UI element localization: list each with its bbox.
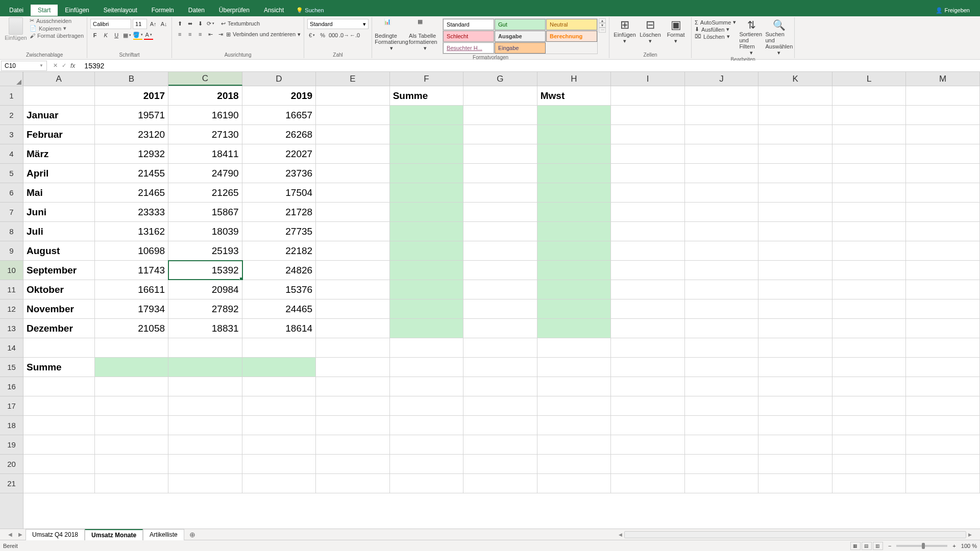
cell-D17[interactable] — [242, 396, 316, 415]
increase-indent-button[interactable]: ⇥ — [216, 30, 225, 39]
row-header-11[interactable]: 11 — [0, 280, 23, 299]
cell-M17[interactable] — [906, 396, 980, 415]
cell-B11[interactable]: 16611 — [95, 280, 169, 299]
cell-M14[interactable] — [906, 338, 980, 357]
column-header-H[interactable]: H — [537, 72, 611, 86]
row-header-13[interactable]: 13 — [0, 319, 23, 338]
cell-C21[interactable] — [168, 474, 242, 493]
cell-L6[interactable] — [832, 183, 906, 202]
orientation-button[interactable]: ⟳ — [206, 19, 215, 28]
cell-styles-gallery[interactable]: Standard Gut Neutral Schlecht Ausgabe Be… — [443, 18, 598, 54]
cell-J16[interactable] — [685, 377, 759, 396]
clear-button[interactable]: ⌧ Löschen ▾ — [695, 33, 736, 40]
cell-F7[interactable] — [390, 203, 464, 221]
cell-A21[interactable] — [23, 474, 95, 493]
cell-G8[interactable] — [463, 222, 537, 241]
column-header-D[interactable]: D — [242, 72, 316, 86]
cell-K1[interactable] — [758, 86, 832, 105]
cell-I17[interactable] — [611, 396, 685, 415]
cell-A3[interactable]: Februar — [23, 125, 95, 144]
cell-C4[interactable]: 18411 — [168, 144, 242, 163]
style-ausgabe[interactable]: Ausgabe — [495, 31, 546, 42]
cell-J9[interactable] — [685, 241, 759, 260]
cell-C12[interactable]: 27892 — [168, 299, 242, 318]
cell-G16[interactable] — [463, 377, 537, 396]
cut-button[interactable]: ✂ Ausschneiden — [30, 17, 84, 24]
style-berechnung[interactable]: Berechnung — [546, 31, 597, 42]
cell-M15[interactable] — [906, 358, 980, 377]
cell-D9[interactable]: 22182 — [242, 241, 316, 260]
style-standard[interactable]: Standard — [443, 19, 494, 30]
share-button[interactable]: 👤 Freigeben — [936, 7, 970, 14]
styles-up-button[interactable]: ▲ — [599, 18, 606, 23]
cell-H19[interactable] — [537, 435, 611, 454]
cell-G10[interactable] — [463, 261, 537, 280]
view-normal-button[interactable]: ▦ — [850, 542, 861, 550]
cell-J11[interactable] — [685, 280, 759, 299]
cell-G11[interactable] — [463, 280, 537, 299]
cell-L14[interactable] — [832, 338, 906, 357]
cell-G13[interactable] — [463, 319, 537, 338]
cell-A13[interactable]: Dezember — [23, 319, 95, 338]
cell-A14[interactable] — [23, 338, 95, 357]
view-page-layout-button[interactable]: ▤ — [862, 542, 872, 550]
cell-B20[interactable] — [95, 455, 169, 473]
cell-B15[interactable] — [95, 358, 169, 377]
column-header-B[interactable]: B — [95, 72, 169, 86]
cell-B18[interactable] — [95, 416, 169, 435]
cell-D13[interactable]: 18614 — [242, 319, 316, 338]
cell-D4[interactable]: 22027 — [242, 144, 316, 163]
cell-I16[interactable] — [611, 377, 685, 396]
style-eingabe[interactable]: Eingabe — [495, 42, 546, 54]
fx-icon[interactable]: fx — [70, 62, 75, 69]
cell-M6[interactable] — [906, 183, 980, 202]
row-header-9[interactable]: 9 — [0, 241, 23, 261]
cell-C15[interactable] — [168, 358, 242, 377]
cell-K13[interactable] — [758, 319, 832, 338]
cell-M5[interactable] — [906, 164, 980, 183]
cell-F19[interactable] — [390, 435, 464, 454]
cell-J3[interactable] — [685, 125, 759, 144]
cell-K17[interactable] — [758, 396, 832, 415]
cell-K15[interactable] — [758, 358, 832, 377]
row-header-5[interactable]: 5 — [0, 164, 23, 183]
cell-L11[interactable] — [832, 280, 906, 299]
cell-C3[interactable]: 27130 — [168, 125, 242, 144]
cell-E1[interactable] — [316, 86, 390, 105]
sheet-tab-1[interactable]: Umsatz Monate — [85, 529, 143, 540]
zoom-out-button[interactable]: − — [888, 543, 891, 549]
cell-A5[interactable]: April — [23, 164, 95, 183]
cell-I2[interactable] — [611, 106, 685, 124]
decrease-indent-button[interactable]: ⇤ — [206, 30, 215, 39]
cell-E6[interactable] — [316, 183, 390, 202]
cell-E20[interactable] — [316, 455, 390, 473]
italic-button[interactable]: K — [101, 31, 110, 40]
cell-B19[interactable] — [95, 435, 169, 454]
cell-G2[interactable] — [463, 106, 537, 124]
cell-J17[interactable] — [685, 396, 759, 415]
cell-H10[interactable] — [537, 261, 611, 280]
thousands-button[interactable]: 000 — [329, 31, 338, 40]
cell-A17[interactable] — [23, 396, 95, 415]
row-header-12[interactable]: 12 — [0, 299, 23, 319]
cell-F20[interactable] — [390, 455, 464, 473]
tab-datei[interactable]: Datei — [2, 5, 31, 16]
cell-I14[interactable] — [611, 338, 685, 357]
cell-E9[interactable] — [316, 241, 390, 260]
cell-J18[interactable] — [685, 416, 759, 435]
row-header-18[interactable]: 18 — [0, 416, 23, 435]
cell-C13[interactable]: 18831 — [168, 319, 242, 338]
cell-A7[interactable]: Juni — [23, 203, 95, 221]
cell-L1[interactable] — [832, 86, 906, 105]
cell-B9[interactable]: 10698 — [95, 241, 169, 260]
cell-M8[interactable] — [906, 222, 980, 241]
paste-button[interactable]: Einfügen — [5, 17, 27, 41]
cell-A6[interactable]: Mai — [23, 183, 95, 202]
cell-M20[interactable] — [906, 455, 980, 473]
cell-G12[interactable] — [463, 299, 537, 318]
cell-B7[interactable]: 23333 — [95, 203, 169, 221]
cell-I3[interactable] — [611, 125, 685, 144]
cell-K3[interactable] — [758, 125, 832, 144]
cell-F3[interactable] — [390, 125, 464, 144]
cell-J14[interactable] — [685, 338, 759, 357]
